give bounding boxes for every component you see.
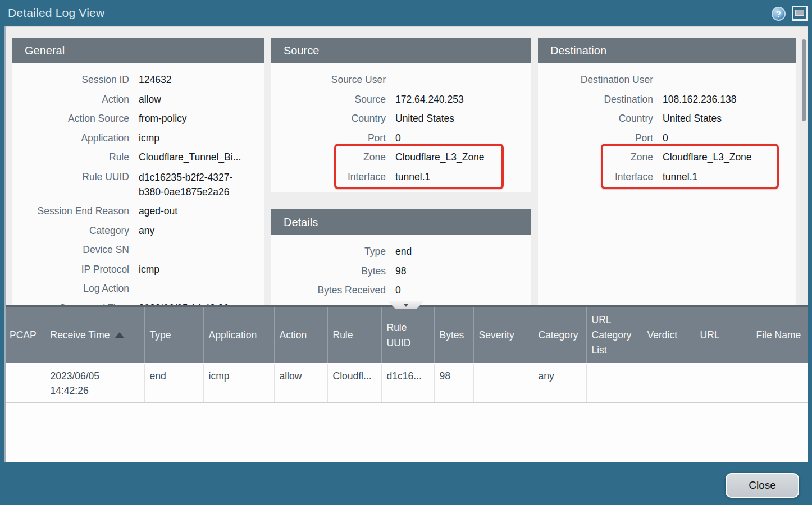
close-button[interactable]: Close (726, 473, 799, 498)
field-row-source-interface: Interfacetunnel.1 (271, 167, 531, 187)
column-header-file-name[interactable]: File Name (751, 307, 808, 364)
field-label: Bytes Received (271, 281, 386, 300)
field-value: icmp (139, 128, 159, 148)
column-header-rule-uuid[interactable]: Rule UUID (381, 307, 434, 364)
cell-action: allow (274, 364, 327, 403)
column-header-type[interactable]: Type (144, 307, 203, 364)
field-value: icmp (139, 260, 159, 279)
field-row-ip-protocol: IP Protocolicmp (12, 260, 264, 279)
cell-url-category-list (586, 364, 642, 403)
table-header-row: PCAP Receive Time Type Application Actio… (4, 307, 808, 364)
column-header-url[interactable]: URL (695, 307, 751, 364)
field-label: Interface (271, 167, 386, 187)
field-row-device-sn: Device SN (12, 240, 264, 260)
vertical-scrollbar-thumb[interactable] (802, 39, 806, 121)
field-value: allow (139, 90, 161, 109)
column-header-bytes[interactable]: Bytes (434, 307, 473, 364)
column-header-severity[interactable]: Severity (473, 307, 533, 364)
details-panel: Details Typeend Bytes98 Bytes Received0 (271, 209, 531, 306)
field-value: from-policy (139, 109, 187, 128)
field-row-action: Actionallow (12, 90, 264, 109)
general-panel-header: General (12, 38, 264, 63)
field-label: Device SN (12, 240, 129, 260)
column-header-label: Bytes (440, 329, 464, 341)
column-header-pcap[interactable]: PCAP (4, 307, 45, 364)
column-header-label: PCAP (10, 329, 37, 341)
field-row-session-end-reason: Session End Reasonaged-out (12, 201, 264, 221)
column-header-label: Receive Time (51, 329, 110, 341)
cell-application: icmp (203, 364, 274, 403)
source-panel: Source Source User Source172.64.240.253 … (271, 38, 531, 192)
field-label: Destination User (538, 70, 653, 90)
field-label: Source User (271, 70, 386, 90)
log-table-section: PCAP Receive Time Type Application Actio… (4, 307, 808, 462)
field-row-source-zone: ZoneCloudflare_L3_Zone (271, 148, 531, 167)
details-panel-header: Details (271, 209, 531, 235)
detailed-log-view-dialog: { "window": { "title": "Detailed Log Vie… (0, 0, 812, 505)
field-value: 108.162.236.138 (663, 90, 736, 109)
cell-type: end (144, 364, 203, 403)
destination-panel-header: Destination (538, 38, 796, 63)
field-label: Application (12, 128, 129, 148)
field-row-type: Typeend (271, 242, 531, 261)
field-label: Session ID (12, 70, 129, 90)
column-header-category[interactable]: Category (533, 307, 586, 364)
column-header-label: File Name (756, 329, 801, 341)
column-header-verdict[interactable]: Verdict (642, 307, 695, 364)
column-header-action[interactable]: Action (274, 307, 327, 364)
field-label: Port (271, 128, 386, 148)
cell-receive-time: 2023/06/05 14:42:26 (45, 364, 144, 403)
field-label: Country (538, 109, 653, 128)
field-value: 98 (395, 261, 406, 281)
log-table: PCAP Receive Time Type Application Actio… (4, 307, 808, 403)
field-row-bytes-received: Bytes Received0 (271, 281, 531, 300)
column-header-receive-time[interactable]: Receive Time (45, 307, 144, 364)
column-header-label: Application (209, 329, 257, 341)
help-icon[interactable]: ? (772, 7, 786, 21)
cell-rule: Cloudfl... (327, 364, 381, 403)
restore-window-icon-inner (795, 10, 804, 16)
cell-verdict (642, 364, 695, 403)
details-panel-body: Typeend Bytes98 Bytes Received0 (271, 235, 531, 300)
field-value: 172.64.240.253 (395, 90, 464, 109)
cell-pcap (4, 364, 45, 403)
column-header-application[interactable]: Application (203, 307, 274, 364)
field-value: United States (395, 109, 454, 128)
column-header-label: URL (700, 329, 720, 341)
field-row-session-id: Session ID124632 (12, 70, 264, 90)
restore-window-icon[interactable] (792, 6, 808, 21)
field-value: aged-out (139, 201, 177, 221)
field-value: tunnel.1 (663, 167, 697, 187)
column-header-url-category-list[interactable]: URL Category List (586, 307, 642, 364)
cell-receive-time-text: 2023/06/05 14:42:26 (51, 369, 113, 398)
titlebar: Detailed Log View ? (0, 0, 812, 26)
field-value: Cloudflare_L3_Zone (395, 148, 485, 167)
column-header-label: Rule (333, 329, 353, 341)
destination-panel: Destination Destination User Destination… (538, 38, 796, 306)
column-header-label: Action (280, 329, 307, 341)
cell-severity (473, 364, 533, 403)
field-row-destination-zone: ZoneCloudflare_L3_Zone (538, 148, 796, 167)
field-value: Cloudflare_Tunnel_Bi... (139, 148, 241, 167)
field-row-source-port: Port0 (271, 128, 531, 148)
dialog-title: Detailed Log View (8, 0, 104, 26)
cell-category: any (533, 364, 586, 403)
field-row-source: Source172.64.240.253 (271, 90, 531, 109)
column-header-label: Type (150, 329, 171, 341)
field-value: Cloudflare_L3_Zone (663, 148, 752, 167)
field-row-destination-country: CountryUnited States (538, 109, 796, 128)
field-label: Zone (271, 148, 386, 167)
column-header-label: Severity (479, 329, 514, 341)
vertical-scrollbar-track[interactable] (800, 27, 808, 306)
field-row-log-action: Log Action (12, 279, 264, 299)
field-row-category: Categoryany (12, 221, 264, 241)
field-row-source-country: CountryUnited States (271, 109, 531, 128)
column-header-label: URL Category List (592, 314, 632, 356)
column-header-rule[interactable]: Rule (327, 307, 381, 364)
field-label: Bytes (271, 261, 386, 281)
field-label: Type (271, 242, 386, 261)
field-label: Category (12, 221, 129, 241)
log-table-row[interactable]: 2023/06/05 14:42:26 end icmp allow Cloud… (4, 364, 808, 403)
field-label: Action (12, 90, 129, 109)
field-label: Source (271, 90, 386, 109)
